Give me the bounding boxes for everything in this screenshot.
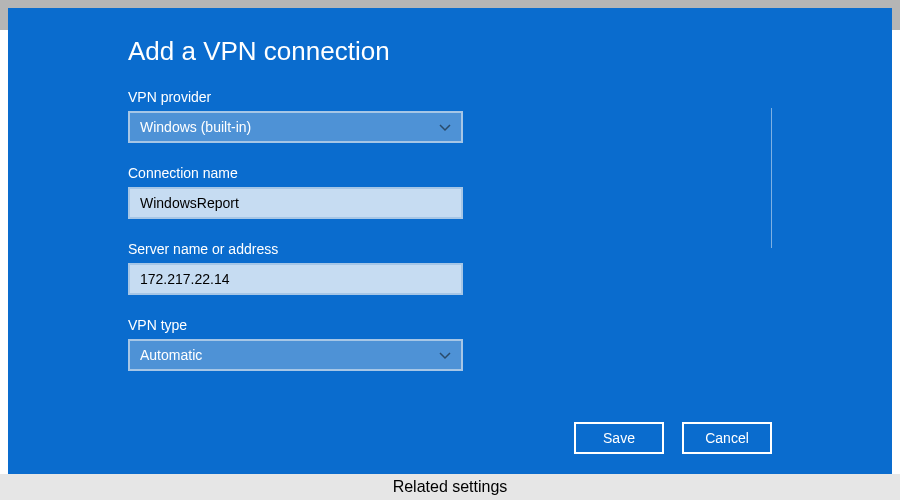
dialog-title: Add a VPN connection	[128, 36, 772, 67]
vpn-type-label: VPN type	[128, 317, 772, 333]
connection-name-label: Connection name	[128, 165, 772, 181]
server-address-group: Server name or address 172.217.22.14	[128, 241, 772, 295]
dialog-buttons: Save Cancel	[574, 422, 772, 454]
vpn-type-select[interactable]: Automatic	[128, 339, 463, 371]
vpn-provider-label: VPN provider	[128, 89, 772, 105]
server-address-label: Server name or address	[128, 241, 772, 257]
chevron-down-icon	[439, 119, 451, 135]
chevron-down-icon	[439, 347, 451, 363]
server-address-value: 172.217.22.14	[140, 271, 230, 287]
vpn-provider-group: VPN provider Windows (built-in)	[128, 89, 772, 143]
save-button[interactable]: Save	[574, 422, 664, 454]
scroll-indicator[interactable]	[771, 108, 772, 248]
connection-name-input[interactable]: WindowsReport	[128, 187, 463, 219]
vpn-provider-select[interactable]: Windows (built-in)	[128, 111, 463, 143]
connection-name-value: WindowsReport	[140, 195, 239, 211]
vpn-provider-value: Windows (built-in)	[140, 119, 251, 135]
cancel-button[interactable]: Cancel	[682, 422, 772, 454]
add-vpn-dialog: Add a VPN connection VPN provider Window…	[8, 8, 892, 474]
connection-name-group: Connection name WindowsReport	[128, 165, 772, 219]
vpn-type-value: Automatic	[140, 347, 202, 363]
related-settings-heading: Related settings	[0, 474, 900, 500]
server-address-input[interactable]: 172.217.22.14	[128, 263, 463, 295]
vpn-type-group: VPN type Automatic	[128, 317, 772, 371]
